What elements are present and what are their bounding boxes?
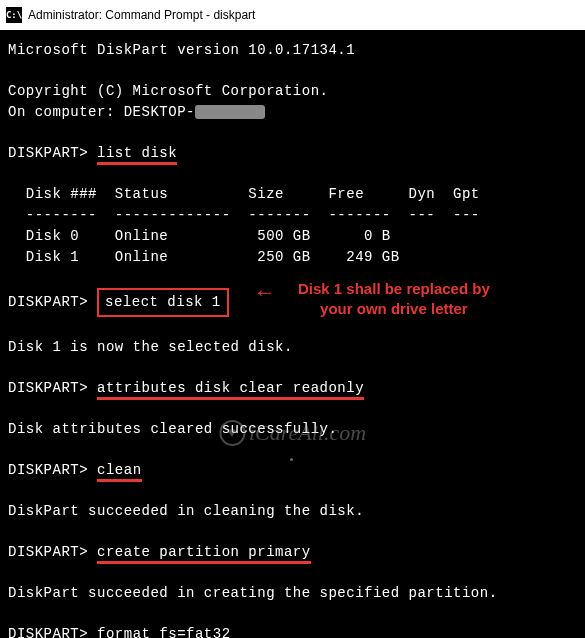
- prompt-attributes: DISKPART> attributes disk clear readonly: [8, 378, 577, 399]
- cmd-icon: C:\: [6, 7, 22, 23]
- watermark-text: iCareAll.com: [249, 420, 366, 446]
- annotation-text: Disk 1 shall be replaced by your own dri…: [298, 279, 490, 318]
- version-line: Microsoft DiskPart version 10.0.17134.1: [8, 40, 577, 61]
- heart-icon: ♥: [219, 420, 245, 446]
- copyright-line: Copyright (C) Microsoft Corporation.: [8, 81, 577, 102]
- computer-line: On computer: DESKTOP-: [8, 102, 577, 123]
- prompt-clean: DISKPART> clean: [8, 460, 577, 481]
- prompt-format: DISKPART> format fs=fat32: [8, 624, 577, 638]
- window-title: Administrator: Command Prompt - diskpart: [28, 8, 255, 22]
- watermark: ♥ iCareAll.com: [219, 420, 366, 446]
- disk-table-header: Disk ### Status Size Free Dyn Gpt: [8, 184, 577, 205]
- disk-table-divider: -------- ------------- ------- ------- -…: [8, 205, 577, 226]
- cmd-select-disk: select disk 1: [97, 288, 229, 317]
- prompt-list-disk: DISKPART> list disk: [8, 143, 577, 164]
- cmd-list-disk: list disk: [97, 145, 177, 165]
- annotation-arrow-icon: ←: [258, 281, 271, 306]
- cmd-format: format fs=fat32: [97, 626, 231, 638]
- msg-partition: DiskPart succeeded in creating the speci…: [8, 583, 577, 604]
- cmd-create-partition: create partition primary: [97, 544, 311, 564]
- table-row: Disk 0 Online 500 GB 0 B: [8, 226, 577, 247]
- cmd-clean: clean: [97, 462, 142, 482]
- annotation-line1: Disk 1 shall be replaced by: [298, 279, 490, 299]
- table-row: Disk 1 Online 250 GB 249 GB: [8, 247, 577, 268]
- msg-selected: Disk 1 is now the selected disk.: [8, 337, 577, 358]
- prompt-select-disk: DISKPART> select disk 1: [8, 288, 577, 317]
- prompt-create-partition: DISKPART> create partition primary: [8, 542, 577, 563]
- msg-clean: DiskPart succeeded in cleaning the disk.: [8, 501, 577, 522]
- cmd-icon-text: C:\: [6, 10, 22, 20]
- annotation-line2: your own drive letter: [298, 299, 490, 319]
- window-titlebar: C:\ Administrator: Command Prompt - disk…: [0, 0, 585, 30]
- cmd-attributes: attributes disk clear readonly: [97, 380, 364, 400]
- terminal-area[interactable]: Microsoft DiskPart version 10.0.17134.1 …: [0, 30, 585, 638]
- redacted-hostname: [195, 105, 265, 119]
- artifact-dot: [290, 458, 293, 461]
